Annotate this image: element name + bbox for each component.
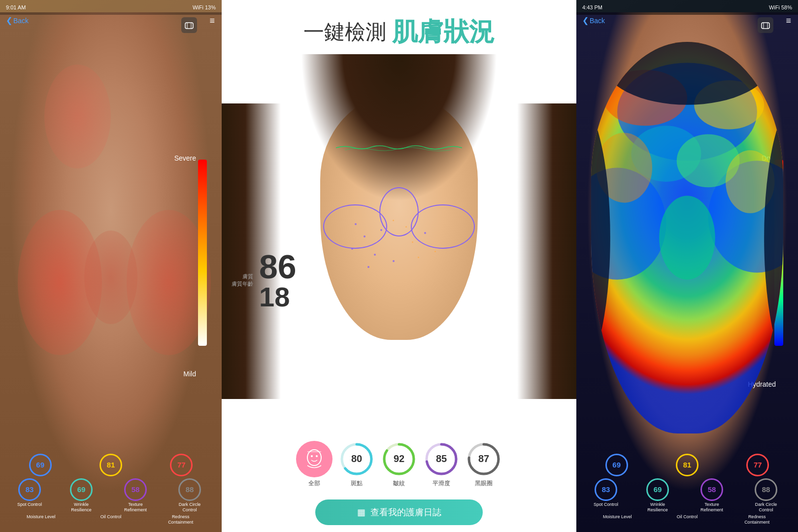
bubble-dark-right: 88 Dark Circle Control: [751, 478, 781, 513]
metric-smooth[interactable]: 85 平滑度: [423, 441, 460, 488]
back-label-left: Back: [13, 17, 29, 25]
bubble-spot-val-left: 83: [18, 478, 41, 501]
diary-btn-label: 查看我的護膚日誌: [370, 506, 441, 518]
bubble-moisture-left: 69: [29, 454, 52, 476]
metric-wrinkles-label: 皺紋: [393, 479, 405, 488]
status-icons-left: WiFi 13%: [193, 4, 216, 10]
back-button-right[interactable]: ❮ Back: [582, 16, 605, 25]
metric-darkcircle[interactable]: 87 黑眼圈: [466, 441, 502, 488]
middle-scores: 膚質 膚質年齡 86 18: [232, 250, 297, 313]
header-text-teal: 肌膚狀況: [392, 15, 495, 49]
bottom-metrics: 全部 80 斑點 92 皺紋: [222, 441, 576, 493]
color-bar-left: [198, 160, 207, 346]
redness-forehead: [44, 65, 111, 168]
spot-3: [351, 248, 353, 250]
spot-12: [367, 266, 369, 268]
bubble-wrinkle-label-right: Wrinkle Resilience: [643, 502, 672, 513]
score-bubbles-left: 69 81 77 83 Spot Control 69 Wrinkle Resi…: [0, 454, 222, 527]
bubble-texture-label-left: Texture Refinement: [121, 502, 150, 513]
bubble-texture-right: 58 Texture Refinement: [697, 478, 727, 513]
spot-10: [393, 260, 395, 262]
bubble-dark-val-left: 88: [178, 478, 201, 501]
svg-rect-33: [762, 23, 769, 29]
bubble-row-labels-left: Moisture Level Oil Control Redness Conta…: [5, 514, 217, 525]
menu-button-left[interactable]: ≡: [209, 16, 215, 26]
spot-7: [412, 241, 413, 243]
bubble-oil-right: 81: [676, 454, 698, 476]
metric-smooth-arc: 85: [423, 441, 460, 477]
spot-6: [405, 226, 407, 228]
mask-icon-left[interactable]: [181, 17, 197, 33]
svg-text:85: 85: [436, 453, 447, 464]
label-moisture-right: Moisture Level: [602, 514, 632, 525]
back-label-right: Back: [590, 17, 605, 25]
score-label-moisturizer: 膚質: [242, 273, 253, 280]
svg-point-25: [659, 196, 715, 279]
bubble-row-1-left: 69 81 77: [5, 454, 217, 476]
score-number-18: 18: [259, 283, 297, 311]
bubble-spot-right: 83 Spot Control: [594, 478, 618, 513]
svg-rect-0: [185, 23, 193, 29]
svg-point-5: [316, 455, 318, 457]
bubble-oil-left: 81: [100, 454, 122, 476]
status-time-right: 4:43 PM: [582, 4, 602, 10]
bubble-texture-left: 58 Texture Refinement: [121, 478, 150, 513]
bubble-row-labels-right: Moisture Level Oil Control Redness Conta…: [581, 514, 793, 525]
main-container: 9:01 AM WiFi 13% ❮ Back ≡ Severe Mild: [0, 0, 798, 532]
diary-button[interactable]: ▦ 查看我的護膚日誌: [315, 499, 483, 525]
back-button-left[interactable]: ❮ Back: [6, 16, 29, 25]
face-icon: [296, 441, 332, 477]
mask-icon-right[interactable]: [758, 17, 773, 33]
bubble-dark-label-right: Dark Circle Control: [751, 502, 781, 513]
thermal-complex: [591, 42, 783, 433]
bubble-wrinkle-val-left: 69: [70, 478, 93, 501]
bubble-moisture-val-left: 69: [29, 454, 52, 476]
menu-button-right[interactable]: ≡: [786, 16, 791, 26]
bubble-redness-left: 77: [170, 454, 193, 476]
spot-4: [380, 229, 382, 231]
status-bar-left: 9:01 AM WiFi 13%: [0, 0, 222, 15]
spot-9: [434, 251, 436, 252]
bubble-spot-val-right: 83: [595, 478, 617, 501]
score-row-1: 膚質 膚質年齡 86 18: [232, 250, 297, 311]
label-oil-right: Oil Control: [675, 514, 699, 525]
spot-8: [424, 232, 426, 234]
status-icons-right: WiFi 58%: [769, 4, 792, 10]
bubble-moisture-val-right: 69: [605, 454, 628, 476]
score-number-86: 86: [259, 250, 297, 283]
wrinkle-lines: [336, 143, 462, 153]
left-panel: 9:01 AM WiFi 13% ❮ Back ≡ Severe Mild: [0, 0, 222, 532]
score-label-age: 膚質年齡: [232, 280, 253, 288]
bubble-row-2-left: 83 Spot Control 69 Wrinkle Resilience 58…: [5, 478, 217, 513]
bubble-moisture-right: 69: [605, 454, 628, 476]
back-chevron-left: ❮: [6, 16, 12, 25]
metric-wrinkles[interactable]: 92 皺紋: [381, 441, 417, 488]
bubble-wrinkle-val-right: 69: [646, 478, 669, 501]
face-annotations: [320, 94, 478, 340]
metric-all[interactable]: 全部: [296, 441, 332, 488]
metric-smooth-label: 平滑度: [432, 479, 450, 488]
back-chevron-right: ❮: [582, 16, 589, 25]
label-moisture-left: Moisture Level: [26, 514, 56, 525]
svg-text:80: 80: [351, 453, 362, 464]
svg-text:92: 92: [394, 453, 404, 464]
metric-spots[interactable]: 80 斑點: [338, 441, 375, 488]
severe-label: Severe: [174, 154, 196, 162]
metric-darkcircle-label: 黑眼圈: [475, 479, 493, 488]
bubble-texture-label-right: Texture Refinement: [697, 502, 727, 513]
bubble-redness-val-right: 77: [746, 454, 769, 476]
spot-dots-container: [336, 217, 462, 278]
bubble-wrinkle-right: 69 Wrinkle Resilience: [643, 478, 672, 513]
metric-all-label: 全部: [308, 479, 320, 488]
bubble-texture-val-left: 58: [124, 478, 147, 501]
status-time-left: 9:01 AM: [6, 4, 26, 10]
bubble-wrinkle-label-left: Wrinkle Resilience: [66, 502, 96, 513]
spot-11: [393, 220, 394, 221]
svg-point-4: [311, 455, 313, 457]
metric-spots-arc: 80: [338, 441, 375, 477]
bubble-texture-val-right: 58: [700, 478, 723, 501]
bubble-row-1-right: 69 81 77: [581, 454, 793, 476]
bubble-oil-val-left: 81: [100, 454, 122, 476]
bubble-redness-val-left: 77: [170, 454, 193, 476]
middle-header: 一鍵檢測 肌膚狀況: [222, 0, 576, 54]
